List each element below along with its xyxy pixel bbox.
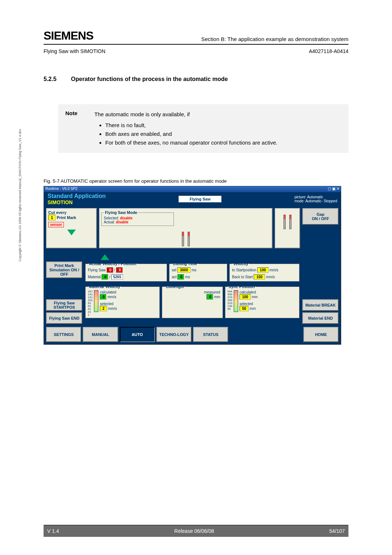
window-controls-icon[interactable]: ▢ ▣ ✕ <box>328 187 339 192</box>
screen-title: Flying Saw <box>179 196 221 202</box>
figure-caption: Fig. 5-7 AUTOMATIC operator screen form … <box>44 178 348 184</box>
sp-tick: 50 <box>228 308 232 311</box>
note-bullet: Both axes are enabled, and <box>105 130 277 138</box>
cl-title: Cutlength <box>164 284 185 289</box>
material-end-button[interactable]: Material END <box>302 312 339 324</box>
ct-act-unit: ms <box>185 275 190 279</box>
note-label: Note <box>65 110 83 147</box>
mms-unit: mm/s <box>266 275 275 279</box>
cutting-time-title: Cutting Time <box>172 262 198 266</box>
bar-indicator <box>182 232 184 246</box>
actual-value: disable <box>116 220 128 224</box>
sp-title: Sync Position <box>228 284 256 289</box>
mv-unit: mm/s <box>107 295 116 299</box>
actual-label: Actual: <box>104 220 115 224</box>
technology-button[interactable]: TECHNO-LOGY <box>156 327 192 342</box>
hmi-screenshot: Runtime - V6.0 SP2 ▢ ▣ ✕ Standard Applic… <box>44 186 341 345</box>
bar-indicator <box>289 215 291 229</box>
material-break-button[interactable]: Material BREAK <box>302 299 339 311</box>
cl-meas-value: 0 <box>207 294 213 300</box>
ct-act-value: 0 <box>177 274 184 280</box>
ct-sel-unit: ms <box>192 268 196 272</box>
bar-indicator <box>188 232 190 246</box>
footer-page: 54/107 <box>329 528 345 534</box>
footer-release: Release 06/06/08 <box>174 528 214 534</box>
footer-version: V 1.4 <box>47 528 59 534</box>
section-title: Operator functions of the process in the… <box>71 76 228 82</box>
note-bullet: There is no fault, <box>105 121 277 130</box>
velocity-title: Velocity <box>232 262 249 266</box>
window-title: Runtime - V6.0 SP2 <box>45 187 77 192</box>
avp-fs-v: 0 <box>107 267 113 273</box>
page-footer: V 1.4 Release 06/06/08 54/107 <box>44 525 348 537</box>
sp-calc-label: calculated <box>240 290 258 294</box>
fs-mode-title: Flying Saw Mode <box>104 210 138 215</box>
print-mark-label: Print Mark <box>57 215 76 220</box>
copyright-text: Copyright © Siemens AG 2008 All rights r… <box>18 129 22 262</box>
mv-tick: 1 <box>88 313 93 316</box>
avp-fs-label: Flying Saw <box>88 268 106 272</box>
siemens-logo: SIEMENS <box>44 29 93 42</box>
selected-label: Selected: <box>104 216 119 220</box>
fs-startpos-button[interactable]: Flying Saw STARTPOS <box>46 299 82 311</box>
bar-indicator <box>283 215 286 229</box>
sp-unit: mm <box>250 307 256 311</box>
cl-meas-label: measured <box>204 290 220 294</box>
cut-every-panel: Cut every 1 Print Mark sensor <box>46 208 97 248</box>
sensor-badge: sensor <box>48 222 64 227</box>
sp-unit: mm <box>252 295 258 299</box>
sp-calc-value[interactable]: 100 <box>240 294 251 300</box>
mms-unit: mm/s <box>269 268 278 272</box>
sp-gauge <box>234 290 238 312</box>
printmark-sim-button[interactable]: Print Mark Simulation ON / OFF <box>46 262 82 278</box>
mv-unit: mm/s <box>108 307 117 311</box>
auto-button[interactable]: AUTO <box>120 327 155 342</box>
triangle-down-icon <box>67 230 76 235</box>
mv-gauge <box>94 290 98 312</box>
sp-sel-value[interactable]: 50 <box>240 306 249 311</box>
mv-sel-value[interactable]: 2 <box>100 306 107 311</box>
mv-calc-value: 0 <box>100 294 106 300</box>
cut-every-label: Cut every <box>48 210 95 215</box>
picture-label: picture: Automatic <box>294 195 337 199</box>
status-button[interactable]: STATUS <box>193 327 228 342</box>
cut-every-value[interactable]: 1 <box>48 215 56 220</box>
avp-title: Actual Velocity / Position <box>88 262 138 266</box>
app-name: Standard Application <box>48 193 106 199</box>
mode-label: mode: Automatic- Stopped <box>294 199 337 203</box>
avp-mat-label: Material <box>88 275 101 279</box>
gap-onoff-button[interactable]: GapON / OFF <box>302 208 339 225</box>
ct-sel-label: sel <box>172 268 176 272</box>
doc-number: A4027118-A0414 <box>309 48 348 54</box>
mv-sel-label: selected <box>100 302 117 306</box>
fs-end-button[interactable]: Flying Saw END <box>46 312 82 324</box>
back-start-label: Back to Start <box>232 275 253 279</box>
sp-sel-label: selected <box>240 302 258 306</box>
avp-mat-p: 5265 <box>111 274 123 280</box>
avp-mat-v: 0 <box>102 274 108 280</box>
ct-act-label: act <box>172 275 176 279</box>
to-start-label: to Startposition <box>232 268 256 272</box>
home-button[interactable]: HOME <box>303 327 339 342</box>
note-block: Note The automatic mode is only availabl… <box>58 104 348 153</box>
product-name: SIMOTION <box>48 199 106 205</box>
section-number: 5.2.5 <box>44 76 57 82</box>
cl-unit: mm <box>214 295 220 299</box>
selected-value: disable <box>120 216 132 220</box>
ct-sel-value[interactable]: 3000 <box>177 267 191 273</box>
manual-button[interactable]: MANUAL <box>83 327 118 342</box>
note-intro: The automatic mode is only available, if <box>94 110 277 119</box>
note-bullet: For both of these axes, no manual operat… <box>105 138 277 147</box>
to-start-value[interactable]: 100 <box>257 267 269 273</box>
section-header: Section B: The application example as de… <box>201 36 348 43</box>
back-start-value[interactable]: 150 <box>254 274 265 280</box>
mv-calc-label: calculated <box>100 290 117 294</box>
triangle-up-icon <box>101 254 109 260</box>
avp-fs-p: 0 <box>116 267 123 273</box>
mv-title: Material Velocity <box>88 284 121 289</box>
settings-button[interactable]: SETTINGS <box>46 327 81 342</box>
doc-title-left: Flying Saw with SIMOTION <box>44 48 105 54</box>
